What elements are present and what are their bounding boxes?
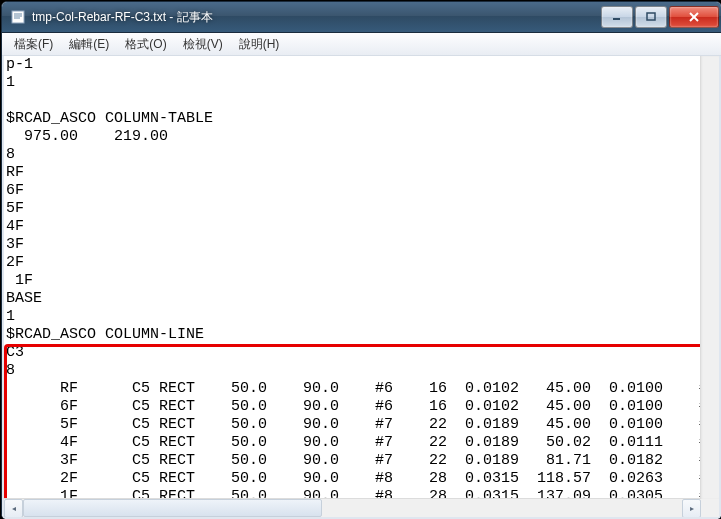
hscroll-thumb[interactable] bbox=[23, 499, 322, 517]
title-bar[interactable]: tmp-Col-Rebar-RF-C3.txt - 記事本 bbox=[2, 2, 721, 33]
minimize-button[interactable] bbox=[601, 6, 633, 28]
menu-edit[interactable]: 編輯(E) bbox=[61, 34, 117, 55]
svg-rect-5 bbox=[647, 13, 655, 20]
app-icon bbox=[10, 9, 26, 25]
close-button[interactable] bbox=[669, 6, 719, 28]
maximize-button[interactable] bbox=[635, 6, 667, 28]
svg-rect-0 bbox=[12, 11, 24, 23]
hscroll-track[interactable] bbox=[23, 499, 682, 517]
scroll-right-button[interactable]: ▸ bbox=[682, 499, 701, 518]
menu-format[interactable]: 格式(O) bbox=[117, 34, 174, 55]
text-area[interactable]: p-1 1 $RCAD_ASCO COLUMN-TABLE 975.00 219… bbox=[4, 56, 701, 499]
window-title: tmp-Col-Rebar-RF-C3.txt - 記事本 bbox=[32, 9, 601, 26]
notepad-window: tmp-Col-Rebar-RF-C3.txt - 記事本 檔案(F) 編輯(E… bbox=[1, 1, 721, 519]
window-buttons bbox=[601, 6, 719, 28]
horizontal-scrollbar[interactable]: ◂ ▸ bbox=[4, 498, 701, 517]
menu-view[interactable]: 檢視(V) bbox=[175, 34, 231, 55]
scrollbar-corner bbox=[701, 499, 719, 517]
menu-bar: 檔案(F) 編輯(E) 格式(O) 檢視(V) 說明(H) bbox=[2, 33, 721, 56]
menu-help[interactable]: 說明(H) bbox=[231, 34, 288, 55]
scroll-left-button[interactable]: ◂ bbox=[4, 499, 23, 518]
content-area: p-1 1 $RCAD_ASCO COLUMN-TABLE 975.00 219… bbox=[2, 56, 721, 519]
vertical-scrollbar[interactable] bbox=[700, 56, 719, 499]
menu-file[interactable]: 檔案(F) bbox=[6, 34, 61, 55]
